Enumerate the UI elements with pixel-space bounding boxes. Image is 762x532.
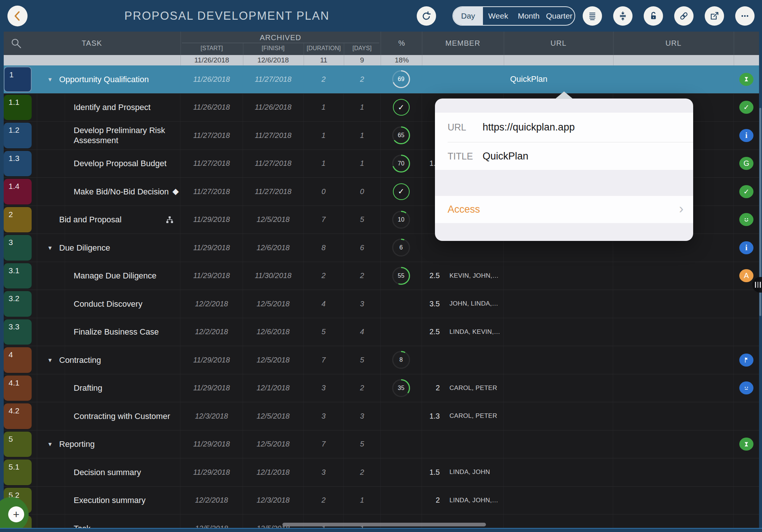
row-color-chip[interactable]: 1.3 — [4, 151, 32, 177]
title-field-value[interactable]: QuickPlan — [483, 151, 528, 162]
share-button[interactable] — [705, 6, 724, 26]
cell-status — [734, 346, 759, 374]
row-color-chip[interactable]: 1.4 — [4, 179, 32, 204]
status-badge-smiley-icon[interactable] — [739, 213, 753, 226]
collapse-triangle-icon[interactable]: ▼ — [47, 441, 59, 447]
cell-start: 11/29/2018 — [180, 431, 243, 458]
cell-member — [422, 515, 504, 529]
cell-start: 11/29/2018 — [180, 234, 243, 262]
collapse-rows-button[interactable] — [613, 6, 633, 26]
cell-status — [734, 431, 759, 458]
popover-title-row[interactable]: TITLE QuickPlan — [435, 142, 693, 170]
collapse-triangle-icon[interactable]: ▼ — [47, 245, 59, 251]
status-badge-neutral-face-icon[interactable] — [739, 381, 753, 394]
progress-ring[interactable]: 69 — [392, 70, 410, 88]
task-row-5.1[interactable]: 5.1Decision summary11/29/201812/1/201832… — [4, 458, 759, 487]
row-color-chip[interactable]: 2 — [4, 207, 32, 233]
url-title-link[interactable]: QuickPlan — [510, 74, 547, 84]
cell-start: 11/29/2018 — [180, 374, 243, 402]
progress-ring[interactable]: 10 — [392, 211, 410, 229]
search-icon[interactable] — [10, 38, 22, 49]
subtasks-collapsed-icon[interactable] — [165, 215, 174, 224]
row-color-chip[interactable]: 5.1 — [4, 460, 32, 485]
task-row-3.2[interactable]: 3.2Conduct Discovery12/2/201812/5/201843… — [4, 290, 759, 318]
cell-days: 5 — [344, 431, 381, 458]
row-color-chip[interactable]: 3.3 — [4, 319, 32, 345]
status-badge-hourglass-icon[interactable] — [739, 73, 753, 86]
status-badge-letter-g-icon[interactable]: G — [739, 157, 753, 170]
status-badge-letter-a-icon[interactable]: A — [739, 269, 753, 282]
task-row-4[interactable]: 4▼Contracting11/29/201812/5/2018758 — [4, 346, 759, 374]
task-row-3.3[interactable]: 3.3Finalize Business Case12/2/201812/6/2… — [4, 318, 759, 346]
row-color-chip[interactable]: 1.2 — [4, 123, 32, 148]
column-header-start: [START] — [201, 45, 223, 52]
status-badge-check-icon[interactable]: ✓ — [739, 185, 753, 198]
cell-url-1 — [504, 290, 613, 318]
cell-days: 3 — [344, 402, 381, 430]
row-color-chip[interactable]: 3.1 — [4, 263, 32, 289]
outline-button[interactable] — [583, 6, 602, 26]
cell-chip: 1.3 — [4, 150, 37, 178]
link-button[interactable] — [674, 6, 694, 26]
view-option-month[interactable]: Month — [513, 12, 544, 20]
cell-task: Manage Due Diligence — [37, 262, 180, 290]
cell-percent: 55 — [381, 262, 422, 290]
collapse-triangle-icon[interactable]: ▼ — [47, 76, 59, 83]
progress-complete-check[interactable]: ✓ — [393, 183, 410, 200]
row-color-chip[interactable]: 3.2 — [4, 291, 32, 317]
view-option-quarter[interactable]: Quarter — [544, 12, 574, 20]
status-badge-flag-icon[interactable] — [739, 354, 753, 367]
row-color-chip[interactable]: 4.2 — [4, 403, 32, 429]
undo-button[interactable] — [417, 6, 436, 26]
url-field-value[interactable]: https://quickplan.app — [483, 122, 575, 133]
row-color-chip[interactable]: 3 — [4, 235, 32, 261]
member-names: LINDA, JOHN,… — [449, 497, 498, 504]
row-color-chip[interactable]: 4.1 — [4, 375, 32, 401]
task-row-1[interactable]: 1▼Opportunity Qualification11/26/201811/… — [4, 65, 759, 94]
cell-status — [734, 487, 759, 515]
back-button[interactable] — [7, 6, 28, 26]
row-color-chip[interactable]: 4 — [4, 347, 32, 373]
status-badge-check-icon[interactable]: ✓ — [739, 101, 753, 114]
column-header-task: TASK — [82, 39, 102, 48]
task-row-5[interactable]: 5▼Reporting11/29/201812/5/201875 — [4, 431, 759, 459]
view-option-day[interactable]: Day — [453, 7, 483, 25]
progress-ring[interactable]: 55 — [392, 267, 410, 285]
status-badge-info-icon[interactable]: i — [739, 129, 753, 142]
add-task-button[interactable]: + — [8, 506, 24, 522]
status-badge-hourglass-icon[interactable] — [739, 438, 753, 451]
cell-chip: 1.2 — [4, 122, 37, 149]
view-option-week[interactable]: Week — [483, 12, 513, 20]
task-row-4.1[interactable]: 4.1Drafting11/29/201812/1/201832352CAROL… — [4, 374, 759, 403]
popover-url-row[interactable]: URL https://quickplan.app — [435, 113, 693, 142]
column-header-duration: [DURATION] — [307, 45, 340, 52]
cell-status — [734, 402, 759, 430]
row-color-chip[interactable]: 1.1 — [4, 95, 32, 120]
collapse-triangle-icon[interactable]: ▼ — [47, 357, 59, 363]
task-row-3.1[interactable]: 3.1Manage Due Diligence11/29/201811/30/2… — [4, 262, 759, 290]
progress-ring[interactable]: 35 — [392, 379, 410, 397]
task-row-new[interactable]: Task12/5/201812/5/201811 — [4, 515, 759, 529]
column-header-url-2: URL — [665, 39, 681, 48]
cell-finish: 11/30/2018 — [243, 262, 304, 290]
member-count: 2 — [422, 384, 440, 392]
horizontal-scrollbar[interactable] — [282, 523, 486, 526]
row-color-chip[interactable]: 1 — [4, 67, 32, 92]
cell-duration: 2 — [304, 487, 344, 515]
lock-button[interactable] — [644, 6, 663, 26]
row-color-chip[interactable]: 5 — [4, 432, 32, 457]
status-badge-info-icon[interactable]: i — [739, 241, 753, 254]
progress-ring[interactable]: 65 — [392, 126, 410, 144]
task-row-4.2[interactable]: 4.2Contracting with Customer12/3/201812/… — [4, 402, 759, 431]
progress-ring[interactable]: 8 — [392, 351, 410, 369]
task-row-5.2[interactable]: 5.2Execution summary12/2/201812/3/201821… — [4, 487, 759, 515]
progress-ring[interactable]: 70 — [392, 155, 410, 173]
more-button[interactable] — [735, 6, 755, 26]
cell-duration: 0 — [304, 178, 344, 206]
cell-chip: 1 — [4, 65, 37, 93]
popover-access-row[interactable]: Access › — [435, 196, 693, 223]
progress-ring[interactable]: 6 — [392, 239, 410, 257]
progress-complete-check[interactable]: ✓ — [393, 99, 410, 116]
cell-url-1 — [504, 374, 613, 402]
bottom-edge — [0, 528, 762, 532]
